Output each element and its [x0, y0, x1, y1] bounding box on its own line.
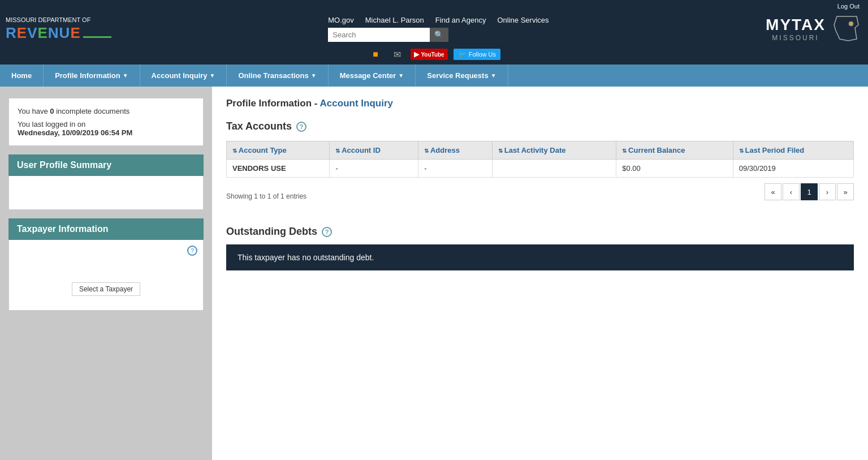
- incomplete-docs-line: You have 0 incomplete documents: [18, 107, 195, 115]
- mogov-link[interactable]: MO.gov: [328, 16, 354, 24]
- pagination-first[interactable]: «: [765, 183, 781, 200]
- nav-message-center[interactable]: Message Center ▼: [329, 65, 416, 87]
- tax-accounts-table-body: VENDORS USE--$0.0009/30/2019: [227, 160, 854, 178]
- main-content: Profile Information - Account Inquiry Ta…: [212, 87, 868, 460]
- email-icon[interactable]: ✉: [389, 49, 405, 60]
- tax-accounts-table: ⇅ Account Type ⇅ Account ID ⇅ Address ⇅ …: [226, 141, 854, 178]
- col-last-period-filed[interactable]: ⇅ Last Period Filed: [733, 141, 853, 160]
- tax-accounts-table-header: ⇅ Account Type ⇅ Account ID ⇅ Address ⇅ …: [227, 141, 854, 160]
- logo-line1: MISSOURI DEPARTMENT OF: [6, 16, 111, 24]
- mytax-subtitle: MISSOURI: [766, 34, 826, 42]
- svg-marker-0: [834, 16, 858, 41]
- chevron-down-icon: ▼: [398, 72, 404, 79]
- governor-link[interactable]: Michael L. Parson: [365, 16, 424, 24]
- outstanding-debts-title: Outstanding Debts ?: [226, 226, 854, 238]
- youtube-button[interactable]: ▶ YouTube: [411, 49, 448, 60]
- taxpayer-information-section: Taxpayer Information ? Select a Taxpayer: [8, 218, 204, 311]
- sidebar: You have 0 incomplete documents You last…: [0, 87, 212, 460]
- taxpayer-information-body: ? Select a Taxpayer: [8, 240, 204, 311]
- pagination-last[interactable]: »: [837, 183, 854, 200]
- search-input[interactable]: [328, 28, 430, 42]
- logout-link[interactable]: Log Out: [837, 3, 860, 10]
- col-current-balance[interactable]: ⇅ Current Balance: [616, 141, 733, 160]
- logo-area: MISSOURI DEPARTMENT OF REVENUE: [6, 16, 111, 41]
- twitter-button[interactable]: 🐦 Follow Us: [454, 49, 500, 60]
- find-agency-link[interactable]: Find an Agency: [435, 16, 486, 24]
- outstanding-debts-section: Outstanding Debts ? This taxpayer has no…: [226, 226, 854, 270]
- table-row: VENDORS USE--$0.0009/30/2019: [227, 160, 854, 178]
- taxpayer-information-header: Taxpayer Information: [8, 218, 204, 240]
- state-icon: [831, 14, 862, 45]
- table-cell-lastActivityDate: [493, 160, 616, 178]
- col-address[interactable]: ⇅ Address: [418, 141, 493, 160]
- table-showing-info: Showing 1 to 1 of 1 entries: [226, 192, 306, 200]
- user-profile-summary-section: User Profile Summary: [8, 154, 204, 210]
- nav-profile-information[interactable]: Profile Information ▼: [44, 65, 140, 87]
- nav-menu: Home Profile Information ▼ Account Inqui…: [0, 65, 868, 87]
- search-button[interactable]: 🔍: [430, 28, 448, 42]
- chevron-down-icon: ▼: [210, 72, 215, 79]
- user-profile-summary-body: [8, 176, 204, 210]
- mytax-title: MYTAX: [766, 16, 826, 34]
- chevron-down-icon: ▼: [491, 72, 496, 79]
- social-bar: ■ ✉ ▶ YouTube 🐦 Follow Us: [0, 46, 868, 65]
- nav-account-inquiry[interactable]: Account Inquiry ▼: [140, 65, 227, 87]
- col-last-activity-date[interactable]: ⇅ Last Activity Date: [493, 141, 616, 160]
- col-account-id[interactable]: ⇅ Account ID: [330, 141, 418, 160]
- pagination-prev[interactable]: ‹: [783, 183, 800, 200]
- table-cell-accountType: VENDORS USE: [227, 160, 330, 178]
- outstanding-debts-help-icon[interactable]: ?: [322, 227, 332, 237]
- logo-revenue: REVENUE: [6, 24, 111, 42]
- table-cell-address: -: [418, 160, 493, 178]
- rss-icon[interactable]: ■: [368, 49, 383, 60]
- page-breadcrumb: Profile Information - Account Inquiry: [226, 98, 854, 109]
- top-nav: MO.gov Michael L. Parson Find an Agency …: [328, 16, 549, 24]
- no-debt-message: This taxpayer has no outstanding debt.: [226, 244, 854, 270]
- table-cell-currentBalance: $0.00: [616, 160, 733, 178]
- info-box: You have 0 incomplete documents You last…: [8, 98, 204, 146]
- chevron-down-icon: ▼: [123, 72, 128, 79]
- pagination-next[interactable]: ›: [819, 183, 836, 200]
- tax-accounts-title: Tax Accounts ?: [226, 121, 854, 132]
- nav-home[interactable]: Home: [0, 65, 44, 87]
- chevron-down-icon: ▼: [311, 72, 317, 79]
- last-login-date: Wednesday, 10/09/2019 06:54 PM: [18, 128, 132, 137]
- pagination: « ‹ 1 › »: [765, 183, 854, 200]
- col-account-type[interactable]: ⇅ Account Type: [227, 141, 330, 160]
- select-taxpayer-button[interactable]: Select a Taxpayer: [72, 282, 140, 296]
- pagination-current[interactable]: 1: [801, 183, 818, 200]
- taxpayer-help-icon[interactable]: ?: [187, 246, 197, 256]
- svg-point-1: [849, 22, 853, 26]
- table-cell-accountId: -: [330, 160, 418, 178]
- user-profile-summary-header: User Profile Summary: [8, 154, 204, 176]
- online-services-link[interactable]: Online Services: [497, 16, 549, 24]
- nav-online-transactions[interactable]: Online Transactions ▼: [227, 65, 328, 87]
- nav-service-requests[interactable]: Service Requests ▼: [416, 65, 508, 87]
- mytax-logo: MYTAX MISSOURI: [766, 16, 826, 42]
- table-cell-lastPeriodFiled: 09/30/2019: [733, 160, 853, 178]
- tax-accounts-help-icon[interactable]: ?: [296, 122, 306, 132]
- search-area: 🔍: [328, 28, 549, 42]
